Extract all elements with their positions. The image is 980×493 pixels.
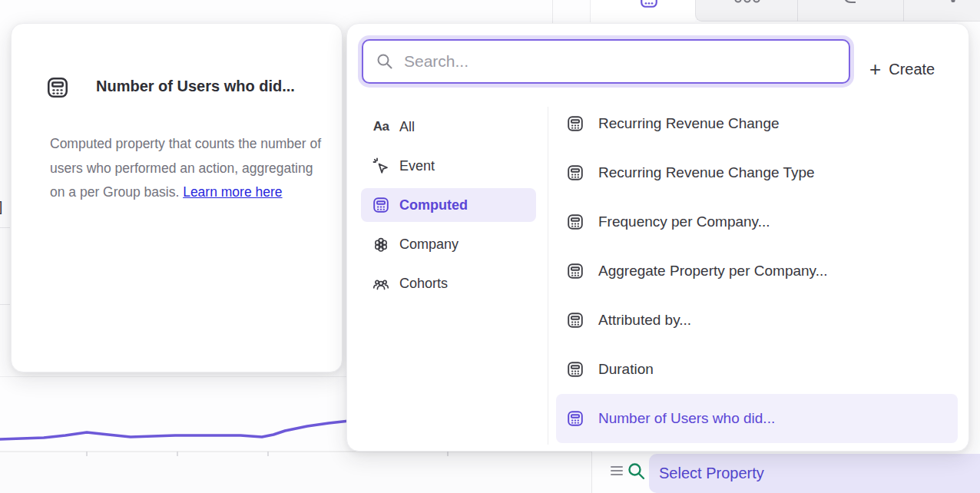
category-company[interactable]: Company [361, 227, 536, 261]
property-label: Frequency per Company... [598, 213, 770, 230]
search-icon [626, 461, 647, 481]
category-label: Cohorts [399, 276, 448, 292]
property-label: Attributed by... [598, 312, 691, 329]
flag-pin-icon[interactable] [944, 0, 962, 9]
calculator-icon [566, 213, 584, 231]
background-divider [0, 227, 10, 228]
category-all[interactable]: Aa All [361, 110, 536, 144]
calculator-icon [566, 262, 584, 280]
search-field[interactable] [362, 39, 850, 84]
calculator-icon [372, 196, 390, 214]
tab-metrics[interactable] [590, 0, 695, 22]
property-list-item[interactable]: Duration [556, 345, 958, 394]
learn-more-link[interactable]: Learn more here [183, 184, 282, 200]
event-cursor-icon [372, 157, 390, 175]
retention-curve-icon[interactable] [840, 0, 859, 11]
text-format-icon: Aa [372, 117, 390, 136]
calculator-icon [45, 74, 70, 101]
calculator-icon [566, 311, 584, 329]
category-label: Computed [399, 197, 468, 213]
chart-footer-strip [0, 452, 591, 493]
property-label: Recurring Revenue Change Type [598, 164, 815, 181]
property-list-item[interactable]: Recurring Revenue Change [556, 99, 958, 148]
chart-area-border [0, 376, 349, 377]
category-list: Aa All Event [361, 110, 536, 306]
calculator-icon [566, 164, 584, 182]
category-label: Company [399, 237, 459, 253]
view-tabbar [584, 0, 980, 22]
search-icon [376, 52, 394, 71]
tab-group [695, 0, 980, 22]
property-picker-panel: + Create Aa All Event [346, 23, 969, 452]
background-card-edge [552, 0, 553, 23]
revenue-line [0, 421, 349, 439]
background-divider [0, 304, 10, 305]
select-property-placeholder: Select Property [659, 465, 764, 482]
category-cohorts[interactable]: Cohorts [361, 266, 536, 300]
tooltip-description: Computed property that counts the number… [50, 132, 328, 205]
users-circles-icon[interactable] [733, 0, 762, 10]
tooltip-title: Number of Users who did... [96, 78, 295, 95]
calculator-icon [566, 360, 584, 379]
property-list-item[interactable]: Frequency per Company... [556, 197, 958, 246]
property-info-tooltip: Number of Users who did... Computed prop… [11, 23, 343, 372]
property-label: Number of Users who did... [598, 410, 775, 427]
cohorts-people-icon [372, 274, 390, 293]
select-property-field[interactable]: Select Property [649, 454, 980, 493]
plus-icon: + [869, 59, 881, 79]
search-input[interactable] [394, 41, 849, 82]
property-list: Recurring Revenue Change Recurring Reven… [556, 99, 958, 443]
clipped-background-text: ] [0, 198, 2, 215]
property-list-item[interactable]: Attributed by... [556, 296, 958, 345]
create-button[interactable]: + Create [869, 55, 935, 84]
property-list-item[interactable]: Number of Users who did... [556, 394, 958, 443]
create-button-label: Create [889, 61, 935, 78]
picker-divider [548, 107, 548, 445]
property-label: Duration [598, 361, 654, 378]
calculator-icon [566, 114, 584, 133]
calculator-icon [566, 409, 584, 428]
property-list-item[interactable]: Aggregate Property per Company... [556, 246, 958, 296]
category-label: Event [399, 158, 435, 174]
tab-separator [903, 0, 904, 22]
property-list-item[interactable]: Recurring Revenue Change Type [556, 148, 958, 197]
panel-divider [591, 452, 592, 493]
drag-handle-icon[interactable] [611, 466, 623, 476]
property-label: Recurring Revenue Change [598, 115, 780, 132]
company-cluster-icon [372, 235, 390, 253]
property-label: Aggregate Property per Company... [598, 263, 828, 280]
tab-separator [797, 0, 798, 22]
category-computed[interactable]: Computed [361, 188, 536, 222]
metrics-calculator-icon [639, 0, 659, 9]
category-event[interactable]: Event [361, 149, 536, 183]
category-label: All [399, 119, 415, 135]
